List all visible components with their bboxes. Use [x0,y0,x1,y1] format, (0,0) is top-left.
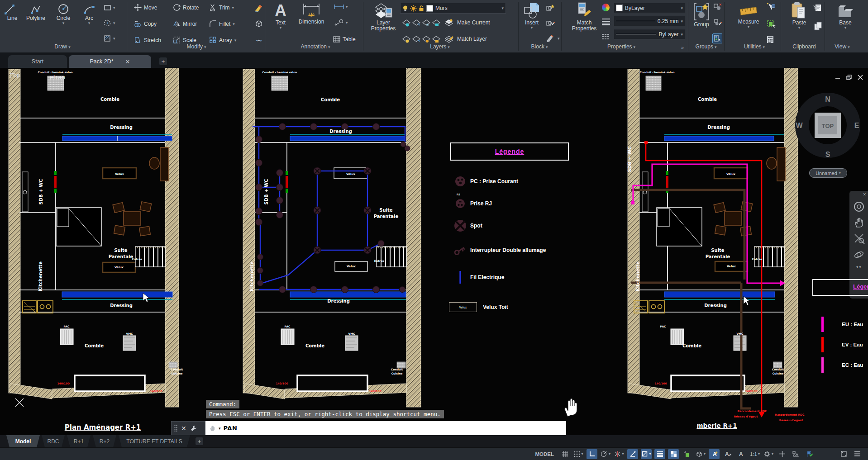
legend-title: Légende [495,148,525,155]
legend-item-velux: Velux Velux Toit [446,302,508,312]
svg-text:A: A [725,451,729,457]
svg-text:S: S [825,151,830,158]
command-input-field[interactable]: ▾ PAN [205,421,566,435]
svg-text:W: W [796,122,803,129]
legend-item-spot: Spot [450,219,482,232]
model-space-toggle[interactable]: MODEL [532,449,557,459]
annotation-visibility-toggle[interactable]: A [709,449,720,459]
pipe-legend-ec: EC : Eau [821,357,863,373]
wire-icon [458,270,462,285]
ec-line-sample [821,357,824,373]
osnap-toggle[interactable]: ▾ [641,449,652,459]
layout-tab-rdc[interactable]: RDC [42,435,65,447]
rj-outlet-icon [455,198,466,209]
rj-badge: RJ [457,193,460,196]
crosshair-toggle[interactable] [777,449,787,459]
pan-hand-icon[interactable] [853,217,865,228]
layout-tab-bar: Model RDC R+1 R+2 TOITURE ET DETAILS + [0,435,868,447]
drawing-canvas[interactable]: [TopConduit cheminé salonetranCombleDres… [0,68,868,435]
autocad-window: Line Polyline Circle ▾ Arc ▾ ▾ ▾ ▾ Draw▾ [0,0,868,460]
command-bar-grip[interactable]: ✕ [171,421,205,435]
ortho-toggle[interactable] [587,449,597,459]
svg-text:N: N [825,95,830,103]
annotation-autoscale-toggle[interactable]: A [722,449,733,459]
command-prompt-line: Command: [206,400,239,408]
command-close-icon[interactable]: ✕ [181,425,186,432]
customization-menu-button[interactable] [852,449,863,459]
spot-icon [453,219,467,232]
status-bar: MODEL ▾ ▾ ▾ ▾ ▾ A A A 1:1▾ ▾ [0,447,868,460]
lineweight-toggle[interactable] [654,449,665,459]
active-command-icon [209,425,216,432]
window-controls [835,75,863,80]
minimize-icon[interactable] [835,75,840,80]
legend-title-box: Légende [450,142,569,161]
annotation-monitor-toggle[interactable]: A [736,449,747,459]
layout-tab-r2[interactable]: R+2 [93,435,116,447]
graphics-performance-toggle[interactable] [804,449,815,459]
legend-item-interrupteur: Interrupteur Double allumage [450,243,546,257]
restore-icon[interactable] [846,75,852,80]
ev-line-sample [821,337,824,352]
grid-toggle[interactable] [559,449,570,459]
pc-outlet-icon [454,175,466,187]
legend-item-rj: RJ Prise RJ [450,198,492,209]
svg-text:E: E [854,122,859,129]
viewcube-top-label: TOP [822,123,834,129]
osnap-3d-toggle[interactable]: ▾ [695,449,706,459]
close-icon[interactable] [858,75,863,80]
new-layout-button[interactable]: + [196,437,203,445]
wrench-icon[interactable] [190,425,197,432]
otrack-toggle[interactable] [627,449,638,459]
layout-tab-model[interactable]: Model [6,435,40,447]
eu-line-sample [821,317,824,332]
viewcube[interactable]: TOP N W E S [795,93,861,159]
polar-tracking-toggle[interactable]: ▾ [600,449,611,459]
selection-cycling-toggle[interactable] [682,449,692,459]
layout-tab-r1[interactable]: R+1 [67,435,91,447]
pipe-legend-eu: EU : Eau [821,317,863,332]
annotation-scale-control[interactable]: 1:1▾ [749,449,760,459]
grip-dots-icon [174,425,177,432]
key-icon [453,243,468,257]
command-bar: ✕ ▾ PAN [171,421,566,435]
snap-toggle[interactable]: ▾ [573,449,584,459]
status-bar-spacer [817,449,835,459]
navbar-more-icon[interactable]: ▾ ▾ [856,265,861,269]
clean-screen-toggle[interactable] [838,449,849,459]
view-name: Unnamed [816,171,837,176]
navbar-close-icon[interactable]: ✕ [863,193,866,196]
pan-cursor [561,396,580,418]
legend-item-fil: Fil Electrique [450,270,504,285]
isodraft-toggle[interactable]: ▾ [614,449,625,459]
orbit-icon[interactable] [853,249,865,261]
zoom-icon[interactable] [853,232,865,244]
transparency-toggle[interactable] [668,449,679,459]
layout-tab-toiture[interactable]: TOITURE ET DETAILS [119,435,190,447]
plumbing-legend-title: Légende [853,283,868,290]
command-message-line: Press ESC or ENTER to exit, or right-cli… [206,410,444,418]
steering-wheel-icon[interactable] [853,201,865,213]
view-controls-pill[interactable]: Unnamed▾ [809,168,847,178]
workspace-switching-gear[interactable]: ▾ [763,449,774,459]
svg-text:A: A [739,451,743,457]
pipe-legend-ev: EV : Eau [821,337,863,352]
velux-box-icon: Velux [449,302,477,312]
command-options-caret[interactable]: ▾ [219,426,221,431]
plumbing-legend-title-box: Légende [812,279,868,296]
isolate-objects-toggle[interactable] [790,449,801,459]
legend-item-pc: PC : Prise Courant [450,175,518,187]
active-command-name: PAN [224,425,238,432]
